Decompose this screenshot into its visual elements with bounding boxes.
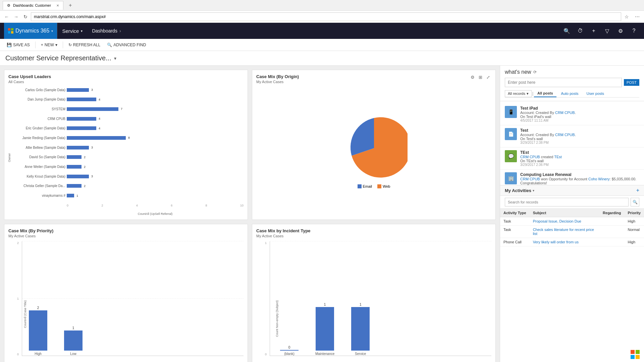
chart2-subtitle: My Active Cases bbox=[256, 80, 469, 84]
feed-link-crm-cpub-1[interactable]: CRM CPUB bbox=[555, 133, 575, 137]
help-icon-btn[interactable]: ? bbox=[628, 25, 640, 37]
feed-item-3: 🏢 Computing Lease Renewal CRM CPUB won O… bbox=[500, 170, 644, 185]
settings-btn[interactable]: ⋯ bbox=[633, 13, 641, 21]
col-subject: Subject bbox=[530, 209, 599, 217]
page-title-caret[interactable]: ▾ bbox=[114, 56, 116, 61]
tab-close[interactable]: ✕ bbox=[56, 4, 59, 7]
chart4-plot: 1 0 Count Non-empty (Subject) 0 (blank) bbox=[256, 241, 491, 362]
browser-tab[interactable]: ⚙ Dashboards: Customer ✕ bbox=[3, 1, 63, 10]
feed-time-2: 3/29/2017 2:36 PM bbox=[520, 163, 639, 167]
filter-icon-btn[interactable]: ▽ bbox=[601, 25, 613, 37]
chart3-area: 2 1 0 CountAll (Case Title) 2 bbox=[8, 241, 244, 362]
module-button[interactable]: Service ▾ bbox=[57, 23, 87, 39]
star-btn[interactable]: ☆ bbox=[623, 13, 631, 21]
new-button[interactable]: + NEW ▾ bbox=[38, 41, 60, 49]
new-tab-btn[interactable]: + bbox=[66, 2, 74, 8]
activities-caret[interactable]: ▾ bbox=[533, 189, 534, 192]
pie-legend: Email Web bbox=[358, 184, 390, 188]
breadcrumb: Dashboards › bbox=[87, 23, 125, 39]
row1-subject-link[interactable]: Check sales literature for recent price … bbox=[533, 228, 594, 236]
legend-email-color bbox=[358, 184, 362, 188]
feed-title-2: TEst bbox=[520, 150, 639, 155]
bar-row-3: CRM CPUB 4 bbox=[18, 116, 244, 121]
post-input-row: POST bbox=[505, 78, 639, 87]
feed-time-0: 4/5/2017 11:11 AM bbox=[520, 119, 639, 122]
chart2-expand-btn[interactable]: ⊞ bbox=[477, 74, 484, 80]
post-input[interactable] bbox=[505, 78, 622, 87]
activities-section: My Activities ▾ + 🔍 Activity Type Subjec… bbox=[500, 185, 644, 362]
activities-title: My Activities bbox=[505, 188, 531, 193]
tab-user-posts[interactable]: User posts bbox=[583, 90, 608, 97]
chart3-bar-low: 1 Low bbox=[64, 326, 83, 356]
address-bar[interactable] bbox=[31, 12, 621, 21]
filter-dropdown-caret: ▾ bbox=[527, 92, 529, 96]
search-icon-btn[interactable]: 🔍 bbox=[561, 25, 573, 37]
chart4-bar-maintenance: 1 Maintenance bbox=[315, 303, 334, 356]
feed-link-crm-cpub-3[interactable]: CRM CPUB bbox=[520, 177, 540, 181]
pie-chart-svg bbox=[340, 115, 408, 182]
chart3-bar-high-rect bbox=[29, 310, 47, 351]
module-label: Service bbox=[62, 28, 79, 34]
post-button[interactable]: POST bbox=[624, 79, 639, 86]
chart2-refresh-btn[interactable]: ⚙ bbox=[469, 74, 476, 80]
feed-content-2: TEst CRM CPUB created TEst On TEst's wal… bbox=[520, 150, 639, 167]
chart4-title: Case Mix by Incident Type bbox=[256, 228, 491, 233]
forward-btn[interactable]: → bbox=[12, 13, 20, 21]
refresh-all-button[interactable]: ↻ REFRESH ALL bbox=[66, 41, 103, 49]
bar-row-6: Allie Bellew (Sample Data) 3 bbox=[18, 145, 244, 150]
tab-title: Dashboards: Customer bbox=[13, 3, 51, 7]
dashboard-grid: Case Upsell Leaders All Cases Owner Carl… bbox=[0, 66, 500, 362]
chart2-fullscreen-btn[interactable]: ⤢ bbox=[485, 74, 491, 80]
browser-nav-bar: ← → ↻ ☆ ⋯ bbox=[0, 11, 644, 23]
back-btn[interactable]: ← bbox=[3, 13, 11, 21]
feed-link-coho-winery[interactable]: Coho Winery bbox=[588, 177, 610, 181]
activities-table-body: Task Proposal Issue, Decision Due High T… bbox=[500, 217, 644, 246]
page-title: Customer Service Representative... bbox=[5, 54, 111, 62]
feed-link-crm-cpub-0[interactable]: CRM CPUB bbox=[555, 111, 575, 115]
chart4-y-labels: 1 0 bbox=[256, 241, 268, 356]
browser-icons: ☆ ⋯ bbox=[623, 13, 641, 21]
bar-row-4: Eric Gruber (Sample Data) 4 bbox=[18, 126, 244, 131]
filter-tabs: All records ▾ | All posts Auto posts Use… bbox=[505, 90, 639, 98]
new-caret: ▾ bbox=[55, 43, 57, 47]
bar-row-9: Kelly Krout (Sample Data) 3 bbox=[18, 174, 244, 179]
tab-all-posts[interactable]: All posts bbox=[534, 90, 556, 97]
brand-button[interactable]: Dynamics 365 ▾ bbox=[4, 23, 57, 39]
chart4-bar-maintenance-rect bbox=[316, 307, 334, 351]
legend-web-label: Web bbox=[383, 184, 390, 188]
activities-table: Activity Type Subject Regarding Priority… bbox=[500, 209, 644, 362]
tab-auto-posts[interactable]: Auto posts bbox=[558, 90, 582, 97]
feed-link-test-2[interactable]: TEst bbox=[554, 155, 562, 159]
page-title-bar: Customer Service Representative... ▾ bbox=[0, 51, 644, 66]
row0-regarding bbox=[599, 217, 624, 226]
save-as-button[interactable]: 💾 SAVE AS bbox=[4, 41, 33, 49]
feed-content-1: Test Account: Created By CRM CPUB. On Te… bbox=[520, 128, 639, 144]
advanced-find-button[interactable]: 🔍 ADVANCED FIND bbox=[104, 41, 149, 49]
row2-type: Phone Call bbox=[500, 238, 530, 246]
chart1-header-left: Case Upsell Leaders All Cases bbox=[8, 74, 244, 87]
chart1-y-axis-label: Owner bbox=[8, 153, 11, 162]
settings-icon-btn[interactable]: ⚙ bbox=[614, 25, 627, 37]
advanced-find-label: ADVANCED FIND bbox=[113, 43, 146, 47]
toolbar-separator-1 bbox=[35, 42, 36, 48]
chart1-title: Case Upsell Leaders bbox=[8, 74, 244, 79]
filter-dropdown[interactable]: All records ▾ bbox=[505, 90, 532, 97]
chart4-gridline-1 bbox=[270, 241, 491, 241]
activities-add-btn[interactable]: + bbox=[636, 187, 639, 193]
activities-search-input[interactable] bbox=[505, 198, 629, 206]
row0-subject-link[interactable]: Proposal Issue, Decision Due bbox=[533, 219, 581, 223]
history-icon-btn[interactable]: ⏱ bbox=[574, 25, 586, 37]
refresh-btn[interactable]: ↻ bbox=[21, 13, 30, 21]
feed-content-3: Computing Lease Renewal CRM CPUB won Opp… bbox=[520, 172, 639, 185]
row2-subject-link[interactable]: Very likely will order from us bbox=[533, 240, 579, 244]
toolbar-separator-2 bbox=[63, 42, 63, 48]
feed-link-crm-cpub-2[interactable]: CRM CPUB bbox=[520, 155, 540, 159]
filter-dropdown-label: All records bbox=[508, 92, 525, 96]
feed-time-1: 3/29/2017 2:38 PM bbox=[520, 141, 639, 144]
add-icon-btn[interactable]: + bbox=[588, 25, 600, 37]
chart3-header-left: Case Mix (By Priority) My Active Cases bbox=[8, 228, 244, 241]
activities-data-table: Activity Type Subject Regarding Priority… bbox=[500, 209, 644, 246]
activities-search-btn[interactable]: 🔍 bbox=[631, 198, 639, 206]
toolbar: 💾 SAVE AS + NEW ▾ ↻ REFRESH ALL 🔍 ADVANC… bbox=[0, 39, 644, 51]
chart4-subtitle: My Active Cases bbox=[256, 234, 491, 238]
